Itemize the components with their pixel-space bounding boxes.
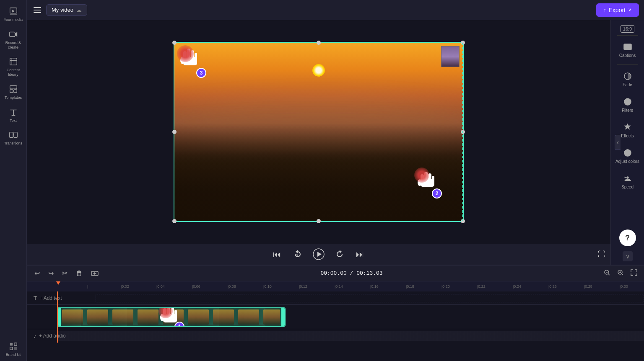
clip-trim-left-handle[interactable] xyxy=(58,308,61,326)
forward-5s-button[interactable] xyxy=(333,248,346,260)
timeline-tracks: T + Add text xyxy=(27,291,644,343)
sidebar-item-transitions[interactable]: Transitions xyxy=(1,127,26,149)
ruler-mark-04: |0:04 xyxy=(156,284,165,289)
svg-rect-6 xyxy=(10,86,17,89)
sidebar-label-brand-kit: Brand kit xyxy=(6,353,21,357)
sidebar-item-templates[interactable]: Templates xyxy=(1,81,26,103)
sidebar-label-text: Text xyxy=(10,119,17,123)
captions-label: Captions xyxy=(619,53,636,58)
timeline-timecode: 00:00.00 / 00:13.03 xyxy=(104,270,599,276)
skip-forward-button[interactable]: ⏭ xyxy=(354,248,366,261)
handle-bottom-right[interactable] xyxy=(461,219,465,223)
export-button[interactable]: ↑ Export ∨ xyxy=(596,3,639,17)
right-panel-captions[interactable]: Captions xyxy=(613,38,643,62)
templates-icon xyxy=(9,85,18,94)
undo-button[interactable]: ↩ xyxy=(32,268,42,279)
handle-top-right[interactable] xyxy=(461,41,465,45)
video-title-tab[interactable]: My video ☁ xyxy=(46,4,87,16)
right-panel-fade[interactable]: Fade xyxy=(613,67,643,91)
video-clip[interactable]: 1 xyxy=(57,307,286,327)
svg-text:5: 5 xyxy=(296,254,298,256)
right-panel-filters[interactable]: Filters xyxy=(613,93,643,117)
audio-note-icon: ♪ xyxy=(34,333,36,339)
handle-top-center[interactable] xyxy=(317,41,321,45)
svg-rect-2 xyxy=(9,32,15,36)
ruler-mark-22: |0:22 xyxy=(477,284,486,289)
play-button[interactable] xyxy=(312,248,325,260)
thumb-2 xyxy=(87,309,108,325)
export-arrow-icon: ↑ xyxy=(604,7,606,13)
zoom-out-icon xyxy=(604,269,610,276)
redo-button[interactable]: ↪ xyxy=(46,268,56,279)
handle-top-left[interactable] xyxy=(172,41,177,45)
ruler-mark-10: |0:10 xyxy=(263,284,272,289)
text-track: T + Add text xyxy=(27,291,644,305)
fade-icon xyxy=(623,72,632,81)
adjust-colors-icon xyxy=(623,148,632,157)
main-content: My video ☁ ↑ Export ∨ xyxy=(27,0,644,361)
add-text-button[interactable]: + Add text xyxy=(39,295,62,301)
help-button[interactable]: ? xyxy=(619,229,636,246)
svg-rect-7 xyxy=(10,90,13,93)
handle-middle-right[interactable] xyxy=(461,130,465,134)
thumb-6 xyxy=(188,309,209,325)
ruler-mark-18: |0:18 xyxy=(406,284,414,289)
timeline-toolbar: ↩ ↪ ✂ 🗑 00:00.00 / 00:13.03 xyxy=(27,266,644,281)
thumb-8 xyxy=(238,309,259,325)
right-panel-divider-1 xyxy=(617,35,638,36)
preview-container: 2 xyxy=(27,20,610,265)
top-bar: My video ☁ ↑ Export ∨ xyxy=(27,0,644,20)
zoom-in-button[interactable] xyxy=(615,268,626,279)
sidebar-item-content-library[interactable]: Content library xyxy=(1,54,26,80)
ruler-mark-12: |0:12 xyxy=(299,284,307,289)
play-icon xyxy=(312,248,325,260)
thumb-9 xyxy=(263,309,280,325)
sidebar-item-brand-kit[interactable]: Brand kit xyxy=(1,338,26,360)
fit-timeline-button[interactable] xyxy=(629,268,639,279)
captions-icon xyxy=(623,42,632,52)
fit-icon xyxy=(631,269,637,276)
sidebar: Your media Record & create Content libra… xyxy=(0,0,27,361)
hamburger-button[interactable] xyxy=(32,5,43,15)
sidebar-item-record-create[interactable]: Record & create xyxy=(1,26,26,53)
svg-point-38 xyxy=(624,98,631,105)
aspect-ratio-badge[interactable]: 16:9 xyxy=(621,25,634,33)
zoom-out-button[interactable] xyxy=(602,268,612,279)
add-to-timeline-button[interactable] xyxy=(88,268,101,279)
video-frame[interactable]: 2 xyxy=(174,42,464,222)
right-panels: ‹ 16:9 Captions xyxy=(610,20,644,265)
skip-back-button[interactable]: ⏮ xyxy=(271,248,283,261)
cut-button[interactable]: ✂ xyxy=(60,268,70,279)
playback-controls: ⏮ 5 ⏭ xyxy=(27,244,610,265)
svg-rect-16 xyxy=(34,7,41,8)
ruler-mark-26: |0:26 xyxy=(548,284,557,289)
panel-more-button[interactable]: ∨ xyxy=(623,251,633,261)
sidebar-label-your-media: Your media xyxy=(4,18,23,22)
audio-track: ♪ + Add audio xyxy=(27,329,644,343)
playhead-triangle xyxy=(56,281,60,285)
library-icon xyxy=(9,57,18,66)
sidebar-item-text[interactable]: Text xyxy=(1,104,26,126)
handle-bottom-left[interactable] xyxy=(172,219,177,223)
sidebar-label-templates: Templates xyxy=(5,95,22,100)
ground-dark xyxy=(174,150,463,221)
sidebar-item-your-media[interactable]: Your media xyxy=(1,3,26,26)
sun-element xyxy=(312,64,325,77)
rewind-5s-button[interactable]: 5 xyxy=(291,248,304,260)
collapse-right-panel-btn[interactable]: ‹ xyxy=(615,135,621,150)
transitions-icon xyxy=(9,130,18,139)
ruler-mark-16: |0:16 xyxy=(370,284,379,289)
handle-bottom-center[interactable] xyxy=(317,219,321,223)
text-track-drop-zone xyxy=(96,294,644,302)
filters-label: Filters xyxy=(622,108,633,113)
timeline-ruler: | |0:02 |0:04 |0:06 |0:08 |0:10 |0:12 |0… xyxy=(27,281,644,291)
delete-button[interactable]: 🗑 xyxy=(73,268,85,279)
thumb-5 xyxy=(163,309,184,325)
fullscreen-button[interactable]: ⛶ xyxy=(598,250,605,259)
ruler-mark-0: | xyxy=(87,284,88,289)
media-icon xyxy=(9,7,18,16)
handle-middle-left[interactable] xyxy=(172,130,177,134)
clip-trim-right-handle[interactable] xyxy=(281,308,285,326)
menu-icon xyxy=(34,6,41,14)
right-panel-speed[interactable]: Speed xyxy=(613,170,643,193)
